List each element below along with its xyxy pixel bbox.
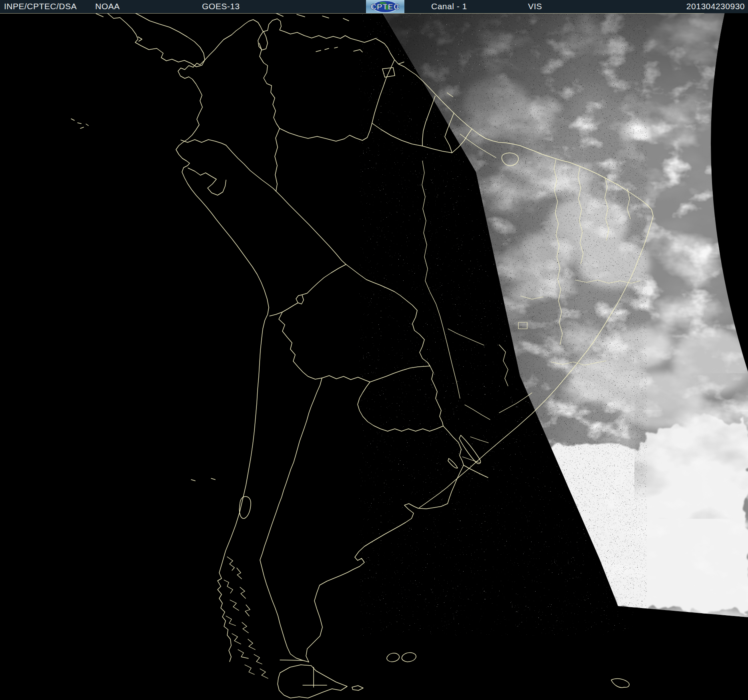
cptec-logo-text: CPTEC xyxy=(371,2,400,11)
band-label: VIS xyxy=(528,0,542,13)
satellite-map xyxy=(0,0,748,700)
agency-label: NOAA xyxy=(95,0,120,13)
cptec-logo-icon: CPTEC xyxy=(366,0,404,13)
timestamp-label: 201304230930 xyxy=(686,0,745,13)
title-bar: INPE/CPTEC/DSA NOAA GOES-13 CPTEC Canal … xyxy=(0,0,748,13)
satellite-label: GOES-13 xyxy=(202,0,240,13)
institution-label: INPE/CPTEC/DSA xyxy=(4,0,77,13)
satellite-viewer: INPE/CPTEC/DSA NOAA GOES-13 CPTEC Canal … xyxy=(0,0,748,700)
channel-label: Canal - 1 xyxy=(431,0,467,13)
